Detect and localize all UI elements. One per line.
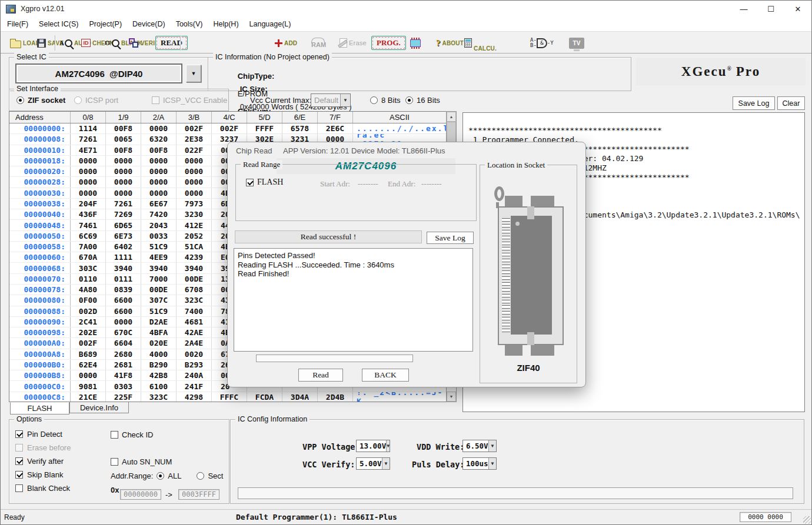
menu-file[interactable]: File(F): [2, 17, 34, 31]
hex-cell[interactable]: 42B8: [141, 370, 177, 380]
hex-cell[interactable]: 1111: [106, 252, 141, 262]
prog-button[interactable]: PROG.: [371, 34, 406, 52]
hex-cell[interactable]: 41F8: [106, 370, 141, 380]
hex-cell[interactable]: 0303: [106, 381, 141, 391]
hex-cell[interactable]: 6600: [106, 306, 141, 316]
zif-socket-radio[interactable]: ZIF socket: [16, 96, 65, 105]
scroll-up-arrow-icon[interactable]: ▲: [447, 112, 456, 122]
radio-checked-icon[interactable]: [157, 472, 164, 480]
hex-cell[interactable]: 0000: [141, 177, 177, 187]
resize-grip[interactable]: [803, 516, 811, 524]
chevron-down-icon[interactable]: ▼: [386, 440, 390, 452]
hex-cell[interactable]: 00DE: [141, 285, 177, 295]
tab-flash[interactable]: FLASH: [10, 402, 69, 414]
hex-cell[interactable]: 51CA: [177, 242, 212, 252]
hex-cell[interactable]: 7269: [106, 209, 141, 219]
hex-cell[interactable]: 6D65: [106, 220, 141, 230]
hex-cell[interactable]: D2AE: [141, 317, 177, 327]
hex-cell[interactable]: 670A: [71, 252, 106, 262]
bits16-radio[interactable]: 16 Bits: [405, 96, 440, 105]
hex-cell[interactable]: 0020: [177, 349, 212, 359]
hex-cell[interactable]: 0000: [141, 123, 177, 133]
load-button[interactable]: LOAD: [10, 34, 40, 52]
hex-cell[interactable]: 436F: [71, 209, 106, 219]
hex-cell[interactable]: 0000: [177, 166, 212, 176]
tv-mode-button[interactable]: TV: [569, 34, 584, 52]
hex-cell[interactable]: 2043: [141, 220, 177, 230]
hex-cell[interactable]: 002D: [71, 306, 106, 316]
vdd-write-combobox[interactable]: 6.50V▼: [462, 440, 497, 452]
add-button[interactable]: ADD: [275, 34, 297, 52]
hex-cell[interactable]: 3230: [177, 209, 212, 219]
dialog-save-log-button[interactable]: Save Log: [427, 232, 474, 244]
flash-checkbox[interactable]: FLASH: [246, 178, 283, 187]
hex-cell[interactable]: 0000: [71, 370, 106, 380]
hex-cell[interactable]: 4EE9: [141, 252, 177, 262]
hex-cell[interactable]: 6600: [106, 295, 141, 305]
ic-select-combobox[interactable]: AM27C4096 @DIP40: [15, 63, 182, 83]
hex-cell[interactable]: 6604: [106, 338, 141, 348]
hex-cell[interactable]: FFFC: [212, 392, 247, 402]
hex-cell[interactable]: 2052: [177, 231, 212, 241]
calculator-button[interactable]: CALCU.: [464, 34, 497, 52]
hex-cell[interactable]: 6708: [177, 285, 212, 295]
hex-cell[interactable]: 3940: [141, 263, 177, 273]
hex-cell[interactable]: 6402: [106, 242, 141, 252]
hex-cell[interactable]: 0000: [141, 166, 177, 176]
hex-cell[interactable]: 3D4A: [282, 392, 318, 402]
hex-cell[interactable]: B293: [177, 360, 212, 370]
read-button[interactable]: READ: [155, 34, 188, 52]
checkbox-checked-icon[interactable]: [15, 457, 23, 465]
hex-cell[interactable]: 1114: [71, 123, 106, 133]
hex-cell[interactable]: 2E38: [177, 134, 212, 144]
hex-cell[interactable]: 412E: [177, 220, 212, 230]
hex-cell[interactable]: 00DE: [177, 274, 212, 284]
hex-cell[interactable]: 4E71: [71, 145, 106, 155]
hex-cell[interactable]: 0839: [106, 285, 141, 295]
hex-cell[interactable]: 0F00: [71, 295, 106, 305]
hex-cell[interactable]: 670C: [106, 327, 141, 337]
hex-cell[interactable]: 6320: [141, 134, 177, 144]
checkbox-checked-icon[interactable]: [15, 471, 23, 479]
hex-cell[interactable]: 002F: [177, 123, 212, 133]
hex-cell[interactable]: 0000: [141, 156, 177, 166]
bits8-radio[interactable]: 8 Bits: [370, 96, 401, 105]
hex-cell[interactable]: B689: [71, 349, 106, 359]
hex-cell[interactable]: 4BFA: [141, 327, 177, 337]
hex-cell[interactable]: 002F: [212, 123, 247, 133]
hex-cell[interactable]: 6E67: [141, 199, 177, 209]
hex-cell[interactable]: 2E6C: [318, 123, 353, 133]
hex-cell[interactable]: 7261: [71, 134, 106, 144]
hex-cell[interactable]: 3940: [106, 263, 141, 273]
hex-cell[interactable]: 4681: [177, 317, 212, 327]
hex-cell[interactable]: 0065: [106, 134, 141, 144]
chevron-down-icon[interactable]: ▼: [488, 440, 496, 452]
hex-cell[interactable]: 00F8: [106, 145, 141, 155]
radio-icon[interactable]: [197, 472, 204, 480]
hex-cell[interactable]: 4000: [141, 349, 177, 359]
hex-cell[interactable]: 0111: [106, 274, 141, 284]
hex-cell[interactable]: 6578: [282, 123, 318, 133]
hex-cell[interactable]: 7400: [177, 306, 212, 316]
hex-cell[interactable]: 2A4E: [177, 338, 212, 348]
hex-cell[interactable]: 303C: [71, 263, 106, 273]
about-button[interactable]: ? ABOUT: [436, 34, 464, 52]
scroll-down-arrow-icon[interactable]: ▼: [447, 392, 456, 402]
hex-cell[interactable]: 00F8: [141, 145, 177, 155]
hex-cell[interactable]: 225F: [106, 392, 141, 402]
hex-cell[interactable]: 0000: [71, 156, 106, 166]
hex-cell[interactable]: 0033: [141, 231, 177, 241]
auto-sn-checkbox[interactable]: Auto SN_NUM: [111, 457, 172, 466]
hex-cell[interactable]: 2681: [106, 360, 141, 370]
menu-project[interactable]: Project(P): [84, 17, 128, 31]
hex-cell[interactable]: 323C: [141, 392, 177, 402]
puls-delay-combobox[interactable]: 100us▼: [462, 457, 497, 470]
hex-cell[interactable]: 240A: [177, 370, 212, 380]
close-button[interactable]: ✕: [784, 1, 811, 17]
hex-cell[interactable]: 0000: [71, 177, 106, 187]
hex-cell[interactable]: 7261: [106, 199, 141, 209]
hex-cell[interactable]: FCDA: [247, 392, 282, 402]
hex-cell[interactable]: 51C9: [141, 306, 177, 316]
hex-cell[interactable]: 7000: [141, 274, 177, 284]
hex-cell[interactable]: 307C: [141, 295, 177, 305]
